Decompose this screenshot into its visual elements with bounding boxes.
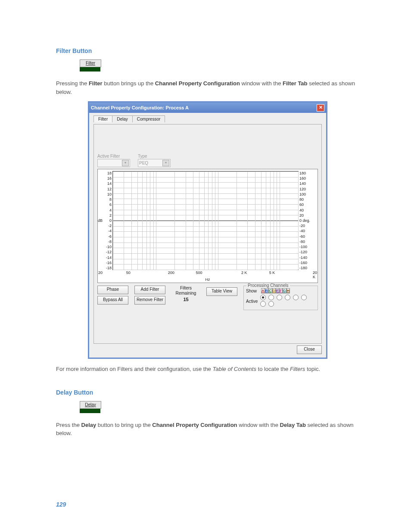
channel-show-d[interactable]: D (272, 288, 276, 293)
show-label: Show (246, 289, 260, 293)
channel-active-radio-h[interactable] (268, 301, 274, 307)
filter-button-graphic: Filter (80, 59, 101, 72)
channel-active-radio-d[interactable] (285, 295, 290, 300)
active-label: Active (246, 299, 258, 304)
filter-footer-paragraph: For more information on Filters and thei… (56, 365, 359, 373)
close-button[interactable]: Close (297, 345, 322, 354)
channel-show-g[interactable]: G (283, 288, 286, 293)
filter-button-heading: Filter Button (56, 47, 359, 54)
channel-active-radio-c[interactable] (277, 295, 282, 300)
delay-button-heading: Delay Button (56, 389, 359, 396)
add-filter-button[interactable]: Add Filter (134, 286, 165, 294)
chevron-down-icon: ▾ (162, 160, 169, 166)
channel-active-radio-b[interactable] (268, 295, 274, 300)
channel-show-f[interactable]: F (279, 288, 283, 293)
channel-property-window: Channel Property Configuration: Process … (88, 101, 327, 359)
channel-active-radio-a[interactable] (260, 295, 266, 300)
tab-strip: Filter Delay Compressor (93, 115, 322, 122)
phase-button[interactable]: Phase (97, 286, 128, 294)
type-label: Type (138, 154, 171, 159)
channel-show-a[interactable]: A (261, 288, 265, 293)
channel-show-c[interactable]: C (268, 288, 272, 293)
delay-button-graphic: Delay (80, 401, 101, 413)
active-filter-label: Active Filter (97, 154, 130, 159)
active-filter-select[interactable]: ▾ (97, 159, 130, 167)
db-axis-label: dB (98, 218, 103, 223)
remove-filter-button[interactable]: Remove Filter (134, 296, 165, 305)
channel-active-radio-e[interactable] (293, 295, 299, 300)
table-view-button[interactable]: Table View (206, 287, 237, 296)
channel-active-radio-f[interactable] (301, 295, 307, 300)
channel-show-b[interactable]: B (265, 288, 269, 293)
page-number: 129 (56, 501, 66, 508)
chevron-down-icon: ▾ (122, 160, 129, 166)
filter-graph: dB 181614121086420-2-4-6-8-10-12-14-16-1… (97, 169, 318, 283)
close-icon[interactable]: ✕ (317, 104, 324, 112)
filter-intro-paragraph: Pressing the Filter button brings up the… (56, 79, 359, 96)
delay-intro-paragraph: Press the Delay button to bring up the C… (56, 421, 359, 438)
channel-active-radio-g[interactable] (260, 301, 266, 307)
type-select[interactable]: PEQ▾ (138, 159, 171, 167)
processing-channels-group: Processing Channels Show ABCDEFGH Active (243, 286, 318, 310)
channel-show-h[interactable]: H (286, 288, 290, 293)
filters-remaining: Filters Remaining 15 (171, 286, 200, 302)
bypass-all-button[interactable]: Bypass All (97, 296, 128, 305)
tab-delay[interactable]: Delay (112, 115, 133, 122)
tab-compressor[interactable]: Compressor (132, 115, 165, 122)
window-title: Channel Property Configuration: Process … (91, 105, 189, 110)
channel-show-e[interactable]: E (276, 288, 279, 293)
window-titlebar: Channel Property Configuration: Process … (89, 103, 326, 113)
tab-filter[interactable]: Filter (93, 115, 112, 122)
